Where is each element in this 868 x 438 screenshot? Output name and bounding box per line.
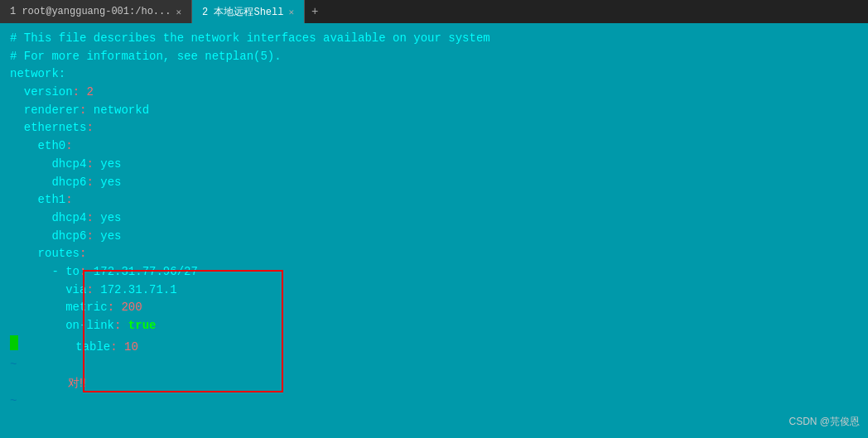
colon-dhcp4-2: : — [86, 209, 93, 228]
line-9: dhcp6: yes — [10, 174, 858, 192]
comment-1: # This file describes the network interf… — [10, 30, 490, 48]
terminal-window: 1 root@yangguang-001:/ho... ✕ 2 本地远程Shel… — [0, 0, 868, 438]
line-5: renderer: networkd — [10, 102, 858, 120]
val-version: 2 — [80, 84, 94, 102]
val-onlink: true — [121, 317, 156, 335]
key-eth1: eth1 — [10, 191, 65, 209]
line-4: version: 2 — [10, 84, 858, 102]
line-13: routes: — [10, 245, 858, 263]
tab-add-button[interactable]: + — [305, 5, 325, 18]
csdn-watermark: CSDN @芫俊恩 — [788, 414, 860, 430]
line-2: # For more information, see netplan(5). — [10, 48, 858, 66]
key-to: to — [65, 263, 80, 282]
line-11: dhcp4: yes — [10, 209, 858, 228]
tab-2-close[interactable]: ✕ — [288, 7, 294, 17]
val-renderer: networkd — [86, 102, 149, 120]
line-1: # This file describes the network interf… — [10, 30, 858, 48]
key-dhcp4-1: dhcp4 — [10, 156, 86, 174]
tilde-2: ~ — [10, 392, 17, 411]
line-15: via: 172.31.71.1 — [10, 282, 858, 300]
colon-metric: : — [108, 299, 114, 317]
colon-routes: : — [80, 245, 86, 263]
key-version: version — [10, 84, 73, 102]
colon-dhcp6-2: : — [86, 228, 93, 246]
line-12: dhcp6: yes — [10, 228, 858, 246]
tab-2-label: 2 本地远程Shell — [202, 5, 283, 19]
colon-to: : — [80, 263, 86, 282]
line-14: - to: 172.31.77.96/27 — [10, 263, 858, 282]
colon-via: : — [86, 282, 93, 300]
val-dhcp6-2: yes — [94, 228, 122, 246]
line-21: ~ — [10, 392, 858, 411]
colon-dhcp6-1: : — [86, 174, 93, 192]
line-20: 对!! — [10, 374, 858, 392]
key-network: network: — [10, 65, 65, 84]
tab-1-close[interactable]: ✕ — [176, 7, 181, 17]
colon-version: : — [73, 84, 80, 102]
line-7: eth0: — [10, 137, 858, 156]
terminal-content[interactable]: # This file describes the network interf… — [0, 23, 868, 438]
line-8: dhcp4: yes — [10, 156, 858, 174]
colon-eth0: : — [65, 137, 72, 156]
colon-onlink: : — [114, 317, 121, 335]
val-metric: 200 — [114, 299, 142, 317]
val-table: 10 — [118, 339, 138, 357]
key-eth0: eth0 — [10, 137, 65, 156]
line-16: metric: 200 — [10, 299, 858, 317]
val-dhcp4-1: yes — [94, 156, 122, 174]
line-17: on-link: true — [10, 317, 858, 335]
colon-renderer: : — [80, 102, 86, 120]
key-onlink: on-link — [10, 317, 114, 335]
colon-dhcp4-1: : — [86, 156, 93, 174]
key-ethernets: ethernets — [10, 119, 86, 137]
colon-ethernets: : — [86, 119, 93, 137]
line-18: table: 10 — [10, 335, 858, 357]
key-renderer: renderer — [10, 102, 80, 120]
key-metric: metric — [10, 299, 108, 317]
key-dhcp6-1: dhcp6 — [10, 174, 86, 192]
line-3: network: — [10, 65, 858, 84]
key-dhcp4-2: dhcp4 — [10, 209, 86, 228]
key-dhcp6-2: dhcp6 — [10, 228, 86, 246]
val-via: 172.31.71.1 — [94, 282, 177, 300]
key-routes: routes — [10, 245, 80, 263]
comment-2: # For more information, see netplan(5). — [10, 48, 282, 66]
line-6: ethernets: — [10, 119, 858, 137]
line-10: eth1: — [10, 191, 858, 209]
colon-eth1: : — [65, 191, 72, 209]
key-via: via — [10, 282, 86, 300]
val-dhcp6-1: yes — [94, 174, 122, 192]
chinese-annotation: 对!! — [10, 374, 89, 392]
route-bullet: - — [10, 263, 65, 282]
tilde-1: ~ — [10, 356, 17, 374]
tab-2[interactable]: 2 本地远程Shell ✕ — [192, 0, 305, 23]
key-table: table — [20, 339, 110, 357]
tab-bar: 1 root@yangguang-001:/ho... ✕ 2 本地远程Shel… — [0, 0, 868, 23]
cursor — [10, 335, 18, 350]
line-19: ~ — [10, 356, 858, 374]
tab-1[interactable]: 1 root@yangguang-001:/ho... ✕ — [0, 0, 192, 23]
tab-1-label: 1 root@yangguang-001:/ho... — [10, 6, 171, 17]
colon-table: : — [110, 339, 117, 357]
val-dhcp4-2: yes — [94, 209, 122, 228]
val-to: 172.31.77.96/27 — [86, 263, 197, 282]
